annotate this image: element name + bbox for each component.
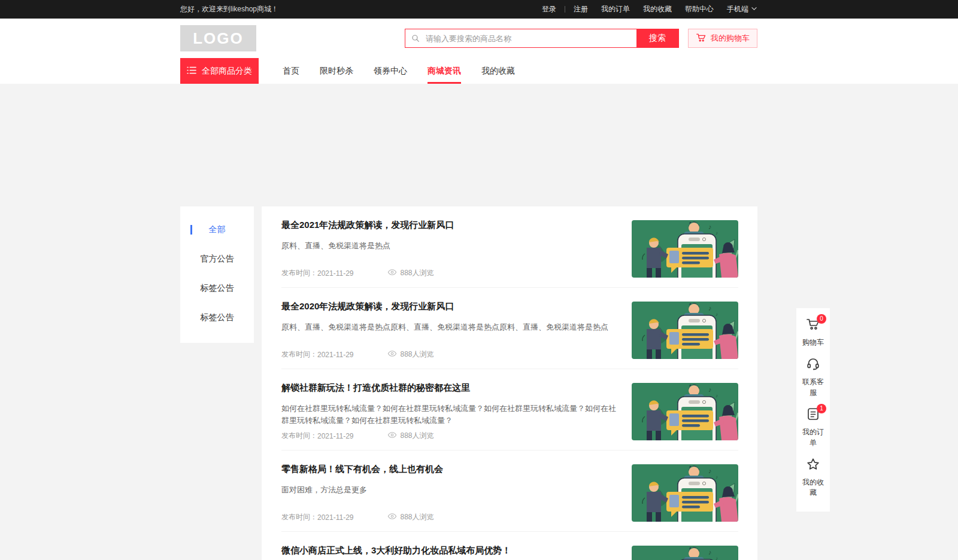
search-bar: 搜索 — [405, 29, 679, 48]
headset-icon — [806, 357, 820, 373]
article-title[interactable]: 解锁社群新玩法！打造优质社群的秘密都在这里 — [281, 382, 617, 394]
logo[interactable]: LOGO — [180, 25, 256, 51]
all-categories-button[interactable]: 全部商品分类 — [180, 58, 259, 84]
publish-date: 2021-11-29 — [317, 513, 354, 522]
article-row[interactable]: 最全2021年法规政策解读，发现行业新风口 原料、直播、免税渠道将是热点 发布时… — [281, 206, 738, 288]
floating-contact-service-button[interactable]: 联系客服 — [801, 357, 825, 398]
active-indicator — [190, 225, 192, 235]
star-icon — [806, 457, 820, 474]
article-thumbnail[interactable] — [632, 383, 738, 440]
register-link[interactable]: 注册 — [574, 4, 588, 14]
article-thumbnail[interactable] — [632, 546, 738, 560]
floating-my-favorites-button[interactable]: 我的收藏 — [801, 458, 825, 498]
article-meta: 发布时间： 2021-11-29 888人浏览 — [281, 349, 617, 360]
article-summary: 如何在社群里玩转私域流量？如何在社群里玩转私域流量？如何在社群里玩转私域流量？如… — [281, 403, 617, 428]
article-title[interactable]: 微信小商店正式上线，3大利好助力化妆品私域布局优势！ — [281, 544, 617, 556]
login-link[interactable]: 登录 — [542, 4, 556, 14]
my-orders-link[interactable]: 我的订单 — [601, 4, 630, 14]
nav-items: 首页 限时秒杀 领券中心 商城资讯 我的收藏 — [272, 58, 525, 84]
topbar-links: 登录 注册 我的订单 我的收藏 帮助中心 手机端 — [542, 4, 757, 14]
eye-icon — [387, 431, 397, 440]
views-count: 888人浏览 — [401, 431, 434, 441]
my-cart-button[interactable]: 我的购物车 — [688, 29, 757, 48]
my-favorites-link[interactable]: 我的收藏 — [643, 4, 672, 14]
nav-item-coupon-center[interactable]: 领券中心 — [363, 58, 417, 84]
article-title[interactable]: 最全2020年法规政策解读，发现行业新风口 — [281, 300, 617, 312]
nav-item-my-favorites[interactable]: 我的收藏 — [471, 58, 525, 84]
nav-item-mall-news[interactable]: 商城资讯 — [417, 58, 471, 84]
article-title[interactable]: 零售新格局！线下有机会，线上也有机会 — [281, 463, 617, 475]
publish-time-label: 发布时间： — [281, 268, 317, 278]
cart-count-badge: 0 — [817, 314, 826, 324]
article-meta: 发布时间： 2021-11-29 888人浏览 — [281, 431, 617, 441]
sidebar-item-all[interactable]: 全部 — [180, 215, 254, 244]
sidebar-item-tag-notice[interactable]: 标签公告 — [180, 303, 254, 332]
article-title[interactable]: 最全2021年法规政策解读，发现行业新风口 — [281, 219, 617, 231]
search-input[interactable] — [426, 29, 636, 47]
divider — [565, 6, 565, 13]
article-list: 最全2021年法规政策解读，发现行业新风口 原料、直播、免税渠道将是热点 发布时… — [262, 206, 757, 560]
views-count: 888人浏览 — [401, 268, 434, 278]
nav-item-home[interactable]: 首页 — [272, 58, 310, 84]
article-row[interactable]: 零售新格局！线下有机会，线上也有机会 面对困难，方法总是更多 发布时间： 202… — [281, 451, 738, 532]
publish-date: 2021-11-29 — [317, 351, 354, 359]
article-meta: 发布时间： 2021-11-29 888人浏览 — [281, 512, 617, 522]
article-row[interactable]: 解锁社群新玩法！打造优质社群的秘密都在这里 如何在社群里玩转私域流量？如何在社群… — [281, 369, 738, 451]
floating-sidebar: 0 购物车 联系客服 1 我的订单 我的收藏 — [796, 308, 830, 512]
publish-time-label: 发布时间： — [281, 431, 317, 441]
category-list-icon — [187, 66, 196, 76]
article-summary: 面对困难，方法总是更多 — [281, 484, 617, 497]
publish-time-label: 发布时间： — [281, 349, 317, 360]
views-count: 888人浏览 — [401, 512, 434, 522]
publish-date: 2021-11-29 — [317, 432, 354, 440]
publish-time-label: 发布时间： — [281, 512, 317, 522]
banner-area — [0, 84, 958, 206]
article-row[interactable]: 最全2020年法规政策解读，发现行业新风口 原料、直播、免税渠道将是热点原料、直… — [281, 288, 738, 369]
eye-icon — [387, 513, 397, 522]
sidebar-item-tag-notice[interactable]: 标签公告 — [180, 273, 254, 303]
sidebar-item-official-notice[interactable]: 官方公告 — [180, 244, 254, 273]
article-thumbnail[interactable] — [632, 302, 738, 359]
article-row[interactable]: 微信小商店正式上线，3大利好助力化妆品私域布局优势！ 发布时间： 2021-11… — [281, 532, 738, 560]
header: LOGO 搜索 我的购物车 — [0, 19, 958, 58]
chevron-down-icon — [751, 4, 757, 13]
search-icon — [405, 29, 426, 47]
content: 全部 官方公告 标签公告 标签公告 最全2021年法规政策解读，发现行业新风口 … — [180, 206, 958, 560]
help-center-link[interactable]: 帮助中心 — [685, 4, 714, 14]
publish-date: 2021-11-29 — [317, 269, 354, 278]
eye-icon — [387, 269, 397, 278]
article-thumbnail[interactable] — [632, 464, 738, 522]
welcome-text: 您好，欢迎来到likeshop商城！ — [180, 4, 278, 14]
news-category-sidebar: 全部 官方公告 标签公告 标签公告 — [180, 206, 254, 343]
nav-item-flash-sale[interactable]: 限时秒杀 — [310, 58, 363, 84]
views-count: 888人浏览 — [401, 349, 434, 360]
all-categories-label: 全部商品分类 — [202, 66, 252, 77]
floating-cart-button[interactable]: 0 购物车 — [801, 318, 825, 348]
article-meta: 发布时间： 2021-11-29 888人浏览 — [281, 268, 617, 278]
main-nav: 全部商品分类 首页 限时秒杀 领券中心 商城资讯 我的收藏 — [0, 58, 958, 84]
article-summary: 原料、直播、免税渠道将是热点 — [281, 240, 617, 252]
my-cart-label: 我的购物车 — [711, 33, 750, 44]
eye-icon — [387, 350, 397, 359]
article-summary: 原料、直播、免税渠道将是热点原料、直播、免税渠道将是热点原料、直播、免税渠道将是… — [281, 321, 617, 334]
search-button[interactable]: 搜索 — [636, 29, 678, 47]
orders-count-badge: 1 — [817, 404, 826, 413]
topbar: 您好，欢迎来到likeshop商城！ 登录 注册 我的订单 我的收藏 帮助中心 … — [0, 0, 958, 19]
mobile-site-link[interactable]: 手机端 — [727, 4, 757, 14]
article-thumbnail[interactable] — [632, 220, 738, 278]
cart-icon — [696, 33, 707, 44]
floating-my-orders-button[interactable]: 1 我的订单 — [801, 407, 825, 448]
